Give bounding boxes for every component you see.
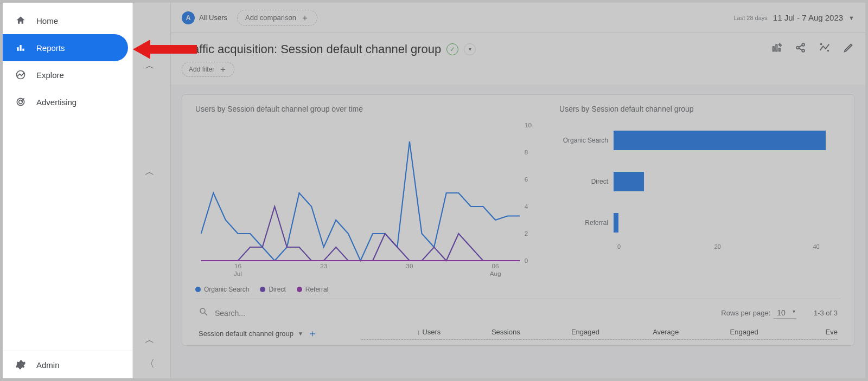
bar-chart-icon bbox=[15, 42, 27, 53]
sidebar-item-label: Admin bbox=[36, 360, 60, 370]
plus-icon: ＋ bbox=[301, 14, 309, 22]
svg-rect-22 bbox=[17, 47, 18, 51]
line-chart-title: Users by Session default channel group o… bbox=[195, 105, 543, 113]
column-users[interactable]: Users bbox=[361, 328, 441, 340]
line-chart: 024681016Jul233006Aug bbox=[195, 120, 543, 282]
verified-check-icon[interactable]: ✓ bbox=[446, 43, 458, 55]
svg-rect-0 bbox=[773, 47, 774, 51]
sidebar-item-label: Advertising bbox=[36, 98, 76, 107]
explore-icon bbox=[15, 69, 27, 80]
svg-rect-1 bbox=[776, 45, 777, 51]
sidebar-item-label: Reports bbox=[36, 43, 65, 53]
rows-per-page-select[interactable]: 10 bbox=[774, 307, 796, 319]
page-title: Traffic acquisition: Session default cha… bbox=[182, 42, 441, 56]
column-eve[interactable]: Eve bbox=[758, 328, 838, 340]
legend-item: Direct bbox=[260, 286, 285, 293]
svg-point-6 bbox=[821, 44, 822, 45]
sidebar-item-advertising[interactable]: Advertising bbox=[3, 88, 128, 115]
pager-label: 1-3 of 3 bbox=[814, 309, 838, 317]
add-comparison-button[interactable]: Add comparison ＋ bbox=[237, 10, 317, 26]
sidebar-item-explore[interactable]: Explore bbox=[3, 61, 128, 88]
svg-text:23: 23 bbox=[320, 263, 327, 269]
svg-text:8: 8 bbox=[525, 149, 528, 156]
svg-text:16: 16 bbox=[234, 263, 241, 269]
chevron-up-icon[interactable]: ︿ bbox=[145, 165, 155, 178]
caret-down-icon: ▼ bbox=[848, 15, 854, 21]
svg-rect-24 bbox=[22, 49, 24, 51]
rows-per-page: Rows per page: 10 bbox=[721, 307, 796, 319]
title-dropdown-button[interactable]: ▾ bbox=[464, 43, 476, 55]
svg-text:Jul: Jul bbox=[234, 270, 242, 277]
sidebar-item-label: Home bbox=[36, 16, 58, 25]
column-sessions[interactable]: Sessions bbox=[441, 328, 520, 340]
share-icon[interactable] bbox=[795, 42, 807, 56]
customize-report-icon[interactable] bbox=[771, 42, 783, 56]
legend-item: Organic Search bbox=[195, 286, 249, 293]
svg-text:0: 0 bbox=[525, 257, 528, 264]
chevron-up-icon[interactable]: ︿ bbox=[145, 333, 155, 346]
line-chart-legend: Organic Search Direct Referral bbox=[195, 286, 543, 293]
column-engaged[interactable]: Engaged bbox=[520, 328, 599, 340]
chevron-up-icon[interactable]: ︿ bbox=[145, 59, 155, 72]
chevron-left-icon[interactable]: 〈 bbox=[145, 357, 155, 370]
bar-chart-title: Users by Session default channel group bbox=[559, 105, 841, 113]
svg-text:2: 2 bbox=[525, 230, 528, 237]
audience-badge[interactable]: A bbox=[182, 11, 195, 24]
svg-point-21 bbox=[200, 308, 205, 313]
add-filter-label: Add filter bbox=[189, 66, 214, 73]
column-average[interactable]: Average bbox=[599, 328, 679, 340]
svg-text:6: 6 bbox=[525, 176, 528, 183]
column-engaged-2[interactable]: Engaged bbox=[679, 328, 758, 340]
topbar: A All Users Add comparison ＋ Last 28 day… bbox=[171, 3, 865, 33]
legend-item: Referral bbox=[297, 286, 329, 293]
sidebar-item-reports[interactable]: Reports bbox=[3, 34, 128, 61]
add-comparison-label: Add comparison bbox=[245, 14, 296, 22]
svg-rect-2 bbox=[779, 48, 780, 51]
add-filter-button[interactable]: Add filter ＋ bbox=[182, 62, 234, 77]
insights-icon[interactable] bbox=[819, 42, 831, 56]
date-range-label: Last 28 days bbox=[733, 15, 767, 21]
search-icon[interactable] bbox=[199, 307, 208, 319]
svg-text:Aug: Aug bbox=[490, 270, 501, 277]
report-card: Users by Session default channel group o… bbox=[182, 94, 854, 346]
bar-chart: Organic SearchDirectReferral02040 bbox=[559, 120, 841, 282]
edit-pencil-icon[interactable] bbox=[843, 42, 854, 56]
add-dimension-button[interactable]: ＋ bbox=[308, 327, 317, 340]
date-range-picker[interactable]: Last 28 days 11 Jul - 7 Aug 2023 ▼ bbox=[733, 13, 854, 22]
caret-down-icon: ▼ bbox=[298, 331, 303, 337]
svg-text:30: 30 bbox=[406, 263, 413, 269]
audience-label: All Users bbox=[199, 14, 227, 22]
plus-icon: ＋ bbox=[219, 65, 227, 74]
dimension-selector[interactable]: Session default channel group ▼ ＋ bbox=[199, 327, 361, 340]
gear-icon bbox=[15, 359, 27, 370]
table-toolbar: Rows per page: 10 1-3 of 3 bbox=[195, 299, 841, 324]
svg-text:4: 4 bbox=[525, 203, 528, 210]
search-input[interactable] bbox=[215, 309, 714, 318]
sidebar-item-home[interactable]: Home bbox=[3, 7, 128, 34]
date-range-value: 11 Jul - 7 Aug 2023 bbox=[773, 13, 843, 22]
svg-text:06: 06 bbox=[492, 263, 499, 269]
page-header: Traffic acquisition: Session default cha… bbox=[171, 33, 865, 62]
target-icon bbox=[15, 96, 27, 107]
sidebar: Home Reports Explore Advertising Admin bbox=[3, 3, 133, 378]
svg-point-7 bbox=[828, 50, 829, 51]
sidebar-item-admin[interactable]: Admin bbox=[3, 351, 128, 378]
home-icon bbox=[15, 15, 27, 26]
sidebar-item-label: Explore bbox=[36, 70, 64, 80]
collapsed-subnav: ︿ ︿ ︿ 〈 bbox=[133, 3, 171, 378]
svg-rect-23 bbox=[20, 45, 21, 51]
table-header: Session default channel group ▼ ＋ Users … bbox=[195, 324, 841, 340]
svg-text:10: 10 bbox=[525, 122, 532, 128]
